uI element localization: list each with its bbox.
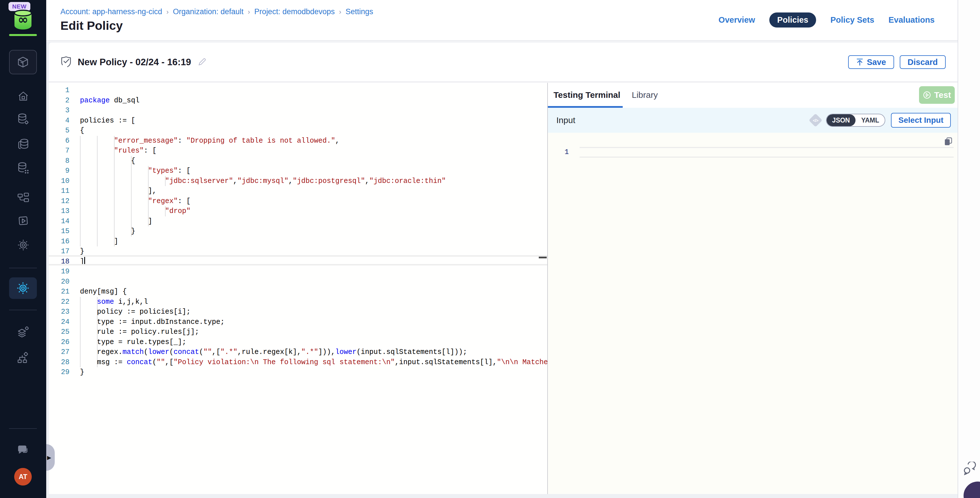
code-line[interactable]: 4policies := [ [49, 116, 547, 126]
play-circle-icon [923, 91, 931, 99]
code-line[interactable]: 23 policy := policies[i]; [49, 307, 547, 317]
save-button[interactable]: Save [848, 55, 894, 69]
discard-button[interactable]: Discard [900, 55, 946, 69]
code-line[interactable]: 21deny[msg] { [49, 287, 547, 297]
breadcrumb-project[interactable]: Project: demodbdevops [255, 7, 335, 16]
copy-icon[interactable] [943, 137, 953, 146]
sidebar-divider [9, 268, 37, 268]
testing-panel: Testing Terminal Library Test Input [548, 83, 958, 494]
tab-testing-terminal[interactable]: Testing Terminal [554, 90, 620, 100]
layers-gear-icon [17, 325, 30, 338]
code-line[interactable]: 10 "jdbc:sqlserver","jdbc:mysql","jdbc:p… [49, 176, 547, 186]
database-stack-icon [17, 138, 30, 151]
code-line[interactable]: 5{ [49, 126, 547, 136]
code-line[interactable]: 29} [49, 367, 547, 377]
policy-name: New Policy - 02/24 - 16:19 [78, 57, 191, 67]
line-number: 18 [49, 257, 70, 267]
code-line[interactable]: 7 "rules": [ [49, 146, 547, 156]
code-line[interactable]: 2package db_sql [49, 95, 547, 106]
code-line[interactable]: 26 type = rule.types[_]; [49, 337, 547, 347]
select-input-button[interactable]: Select Input [891, 113, 951, 127]
code-line[interactable]: 3 [49, 105, 547, 116]
tab-overview[interactable]: Overview [719, 15, 755, 25]
code-line[interactable]: 16 ] [49, 237, 547, 247]
code-line[interactable]: 17} [49, 247, 547, 257]
code-line[interactable]: 8 { [49, 156, 547, 166]
sidebar-item-db-schemas[interactable] [0, 136, 46, 152]
code-line[interactable]: 25 rule := policy.rules[j]; [49, 327, 547, 337]
input-active-line[interactable] [580, 147, 954, 158]
sidebar-item-db-migrations[interactable] [0, 160, 46, 176]
test-button[interactable]: Test [919, 86, 955, 104]
chevron-separator: › [339, 8, 341, 16]
testing-tabs-row: Testing Terminal Library Test [548, 83, 958, 108]
sidebar-item-pipelines[interactable] [0, 189, 46, 205]
code-line[interactable]: 12 "regex": [ [49, 196, 547, 207]
save-button-label: Save [867, 57, 886, 67]
cube-icon [16, 56, 30, 68]
code-line[interactable]: 6 "error_message": "Dropping of table is… [49, 136, 547, 146]
edit-pencil-icon[interactable] [197, 57, 207, 67]
tab-evaluations[interactable]: Evaluations [888, 15, 935, 25]
sidebar-item-settings-active[interactable] [9, 277, 37, 299]
code-line[interactable]: 11 ], [49, 186, 547, 196]
input-line-1[interactable]: 1 [548, 147, 958, 158]
code-line[interactable]: 22 some i,j,k,l [49, 297, 547, 307]
code-line[interactable]: 20 [49, 277, 547, 287]
code-line[interactable]: 9 "types": [ [49, 166, 547, 176]
rego-code-editor[interactable]: 12package db_sql34policies := [5{6 "erro… [49, 83, 547, 494]
settings-gear-active-icon [16, 281, 30, 295]
line-number: 13 [49, 206, 70, 216]
code-line[interactable]: 19 [49, 267, 547, 277]
database-gear-icon [17, 113, 30, 126]
sidebar-item-layers-settings[interactable] [0, 324, 46, 340]
code-line[interactable]: 24 type := input.dbInstance.type; [49, 317, 547, 327]
db-devops-logo-icon[interactable]: ∞ [13, 10, 33, 30]
code-line[interactable]: 18] [49, 257, 547, 267]
tab-policies-active[interactable]: Policies [769, 13, 816, 27]
tab-policy-sets[interactable]: Policy Sets [830, 15, 874, 25]
upload-arrow-icon [856, 58, 864, 66]
line-number: 7 [49, 146, 70, 156]
sidebar-divider [9, 428, 37, 429]
line-number: 16 [49, 237, 70, 247]
sidebar-item-home[interactable] [0, 89, 46, 104]
sidebar-item-org-settings[interactable] [0, 349, 46, 365]
code-line[interactable]: 28 msg := concat("",["Policy violation:\… [49, 357, 547, 368]
avatar[interactable]: AT [14, 468, 32, 485]
org-gear-icon [17, 351, 30, 364]
line-number: 2 [49, 95, 70, 106]
code-line[interactable]: 15 } [49, 226, 547, 237]
sidebar-item-help[interactable]: ? [0, 442, 46, 458]
test-button-label: Test [934, 90, 951, 100]
svg-text:∞: ∞ [18, 12, 29, 27]
toggle-json[interactable]: JSON [827, 114, 856, 126]
test-input-editor[interactable]: 1 [548, 133, 958, 494]
breadcrumb-organization[interactable]: Organization: default [173, 7, 243, 16]
sidebar-item-db-instances[interactable] [0, 111, 46, 127]
line-number: 23 [49, 307, 70, 317]
code-line[interactable]: 13 "drop" [49, 206, 547, 216]
breadcrumb-settings[interactable]: Settings [346, 7, 374, 16]
editor-area: 12package db_sql34policies := [5{6 "erro… [49, 83, 958, 494]
app-window: NEW ∞ [0, 0, 980, 498]
line-number: 4 [49, 116, 70, 126]
code-line[interactable]: 1 [49, 85, 547, 95]
chat-bubbles-icon[interactable] [963, 462, 977, 476]
sidebar-item-module-selector[interactable] [9, 50, 37, 74]
format-toggle: JSON YAML [826, 114, 886, 127]
line-number: 24 [49, 317, 70, 327]
sidebar-item-setup-gear[interactable] [0, 237, 46, 253]
line-number: 6 [49, 136, 70, 146]
breadcrumb-account[interactable]: Account: app-harness-ng-cicd [60, 7, 162, 16]
line-number: 21 [49, 287, 70, 297]
input-header-row: Input </> JSON YAML Select Input [548, 108, 958, 133]
code-line[interactable]: 14 ] [49, 216, 547, 227]
code-diamond-icon[interactable]: </> [809, 113, 822, 127]
code-line[interactable]: 27 regex.match(lower(concat("",[".*",rul… [49, 347, 547, 357]
sidebar-item-executions[interactable] [0, 213, 46, 229]
chevron-separator: › [248, 8, 250, 16]
tab-library[interactable]: Library [632, 90, 658, 100]
discard-button-label: Discard [908, 57, 938, 67]
toggle-yaml[interactable]: YAML [856, 114, 885, 126]
